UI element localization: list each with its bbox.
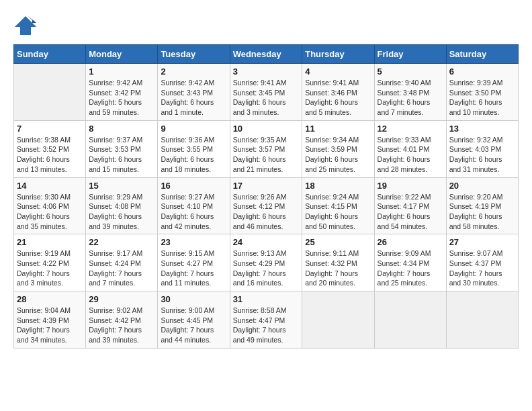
day-number: 8: [89, 124, 154, 134]
calendar-day-cell: 4Sunrise: 9:41 AMSunset: 3:46 PMDaylight…: [302, 64, 374, 121]
day-info: Sunrise: 9:30 AMSunset: 4:06 PMDaylight:…: [17, 192, 83, 232]
day-info: Sunrise: 9:38 AMSunset: 3:52 PMDaylight:…: [17, 135, 83, 175]
calendar-day-cell: 26Sunrise: 9:09 AMSunset: 4:34 PMDayligh…: [374, 234, 446, 291]
calendar-day-cell: 22Sunrise: 9:17 AMSunset: 4:24 PMDayligh…: [86, 234, 158, 291]
calendar-day-cell: 13Sunrise: 9:32 AMSunset: 4:03 PMDayligh…: [446, 120, 518, 177]
weekday-header-row: SundayMondayTuesdayWednesdayThursdayFrid…: [14, 45, 519, 64]
day-number: 16: [161, 181, 226, 191]
day-info: Sunrise: 9:13 AMSunset: 4:29 PMDaylight:…: [233, 248, 300, 288]
day-info: Sunrise: 9:27 AMSunset: 4:10 PMDaylight:…: [161, 192, 226, 232]
day-number: 19: [378, 181, 443, 191]
day-number: 5: [378, 66, 443, 77]
calendar-day-cell: 10Sunrise: 9:35 AMSunset: 3:57 PMDayligh…: [230, 120, 302, 177]
calendar-day-cell: 3Sunrise: 9:41 AMSunset: 3:45 PMDaylight…: [230, 64, 302, 121]
day-info: Sunrise: 9:34 AMSunset: 3:59 PMDaylight:…: [305, 135, 371, 175]
calendar-day-cell: 7Sunrise: 9:38 AMSunset: 3:52 PMDaylight…: [14, 120, 86, 177]
day-number: 6: [449, 66, 515, 77]
calendar-day-cell: [14, 64, 86, 121]
day-info: Sunrise: 9:35 AMSunset: 3:57 PMDaylight:…: [233, 135, 300, 175]
day-info: Sunrise: 9:09 AMSunset: 4:34 PMDaylight:…: [378, 248, 443, 288]
calendar-day-cell: [374, 291, 446, 349]
day-info: Sunrise: 9:42 AMSunset: 3:42 PMDaylight:…: [89, 78, 154, 118]
calendar-day-cell: 27Sunrise: 9:07 AMSunset: 4:37 PMDayligh…: [446, 234, 518, 291]
calendar-day-cell: 14Sunrise: 9:30 AMSunset: 4:06 PMDayligh…: [14, 177, 86, 234]
calendar-day-cell: 24Sunrise: 9:13 AMSunset: 4:29 PMDayligh…: [230, 234, 302, 291]
day-info: Sunrise: 9:40 AMSunset: 3:48 PMDaylight:…: [378, 78, 443, 118]
weekday-header-friday: Friday: [374, 45, 446, 64]
calendar-day-cell: 5Sunrise: 9:40 AMSunset: 3:48 PMDaylight…: [374, 64, 446, 121]
day-number: 31: [233, 294, 300, 304]
calendar-week-row: 14Sunrise: 9:30 AMSunset: 4:06 PMDayligh…: [14, 177, 519, 234]
calendar-day-cell: 2Sunrise: 9:42 AMSunset: 3:43 PMDaylight…: [158, 64, 230, 121]
day-info: Sunrise: 9:02 AMSunset: 4:42 PMDaylight:…: [89, 306, 154, 345]
calendar-day-cell: 16Sunrise: 9:27 AMSunset: 4:10 PMDayligh…: [158, 177, 230, 234]
weekday-header-wednesday: Wednesday: [230, 45, 302, 64]
day-number: 26: [378, 237, 443, 247]
calendar-week-row: 1Sunrise: 9:42 AMSunset: 3:42 PMDaylight…: [14, 64, 519, 121]
calendar-day-cell: 25Sunrise: 9:11 AMSunset: 4:32 PMDayligh…: [302, 234, 374, 291]
calendar-day-cell: 11Sunrise: 9:34 AMSunset: 3:59 PMDayligh…: [302, 120, 374, 177]
day-number: 11: [305, 124, 371, 134]
day-info: Sunrise: 8:58 AMSunset: 4:47 PMDaylight:…: [233, 306, 300, 345]
weekday-header-tuesday: Tuesday: [158, 45, 230, 64]
calendar-day-cell: 23Sunrise: 9:15 AMSunset: 4:27 PMDayligh…: [158, 234, 230, 291]
day-info: Sunrise: 9:19 AMSunset: 4:22 PMDaylight:…: [17, 248, 83, 288]
day-number: 7: [17, 124, 83, 134]
day-info: Sunrise: 9:04 AMSunset: 4:39 PMDaylight:…: [17, 306, 83, 345]
day-number: 9: [161, 124, 226, 134]
page-header: [13, 13, 519, 38]
calendar-day-cell: 1Sunrise: 9:42 AMSunset: 3:42 PMDaylight…: [86, 64, 158, 121]
calendar-table: SundayMondayTuesdayWednesdayThursdayFrid…: [13, 44, 519, 349]
calendar-day-cell: 17Sunrise: 9:26 AMSunset: 4:12 PMDayligh…: [230, 177, 302, 234]
day-number: 3: [233, 66, 300, 77]
calendar-day-cell: 19Sunrise: 9:22 AMSunset: 4:17 PMDayligh…: [374, 177, 446, 234]
day-number: 17: [233, 181, 300, 191]
calendar-day-cell: 9Sunrise: 9:36 AMSunset: 3:55 PMDaylight…: [158, 120, 230, 177]
calendar-day-cell: 21Sunrise: 9:19 AMSunset: 4:22 PMDayligh…: [14, 234, 86, 291]
day-number: 2: [161, 66, 226, 77]
day-number: 23: [161, 237, 226, 247]
day-number: 28: [17, 294, 83, 304]
day-info: Sunrise: 9:17 AMSunset: 4:24 PMDaylight:…: [89, 248, 154, 288]
day-number: 21: [17, 237, 83, 247]
day-number: 30: [161, 294, 226, 304]
calendar-week-row: 7Sunrise: 9:38 AMSunset: 3:52 PMDaylight…: [14, 120, 519, 177]
day-info: Sunrise: 9:32 AMSunset: 4:03 PMDaylight:…: [449, 135, 515, 175]
day-info: Sunrise: 9:41 AMSunset: 3:46 PMDaylight:…: [305, 78, 371, 118]
day-info: Sunrise: 9:26 AMSunset: 4:12 PMDaylight:…: [233, 192, 300, 232]
day-number: 10: [233, 124, 300, 134]
calendar-day-cell: [302, 291, 374, 349]
day-info: Sunrise: 9:20 AMSunset: 4:19 PMDaylight:…: [449, 192, 515, 232]
calendar-day-cell: 12Sunrise: 9:33 AMSunset: 4:01 PMDayligh…: [374, 120, 446, 177]
day-info: Sunrise: 9:37 AMSunset: 3:53 PMDaylight:…: [89, 135, 154, 175]
day-info: Sunrise: 9:33 AMSunset: 4:01 PMDaylight:…: [378, 135, 443, 175]
day-number: 25: [305, 237, 371, 247]
day-info: Sunrise: 9:42 AMSunset: 3:43 PMDaylight:…: [161, 78, 226, 118]
day-number: 4: [305, 66, 371, 77]
calendar-day-cell: 20Sunrise: 9:20 AMSunset: 4:19 PMDayligh…: [446, 177, 518, 234]
calendar-week-row: 21Sunrise: 9:19 AMSunset: 4:22 PMDayligh…: [14, 234, 519, 291]
day-info: Sunrise: 9:15 AMSunset: 4:27 PMDaylight:…: [161, 248, 226, 288]
day-info: Sunrise: 9:41 AMSunset: 3:45 PMDaylight:…: [233, 78, 300, 118]
day-info: Sunrise: 9:22 AMSunset: 4:17 PMDaylight:…: [378, 192, 443, 232]
day-number: 13: [449, 124, 515, 134]
calendar-day-cell: 15Sunrise: 9:29 AMSunset: 4:08 PMDayligh…: [86, 177, 158, 234]
calendar-day-cell: 18Sunrise: 9:24 AMSunset: 4:15 PMDayligh…: [302, 177, 374, 234]
calendar-day-cell: 30Sunrise: 9:00 AMSunset: 4:45 PMDayligh…: [158, 291, 230, 349]
day-number: 22: [89, 237, 154, 247]
day-info: Sunrise: 9:39 AMSunset: 3:50 PMDaylight:…: [449, 78, 515, 118]
calendar-day-cell: [446, 291, 518, 349]
svg-marker-0: [15, 16, 36, 35]
day-number: 12: [378, 124, 443, 134]
day-number: 24: [233, 237, 300, 247]
day-number: 20: [449, 181, 515, 191]
day-info: Sunrise: 9:36 AMSunset: 3:55 PMDaylight:…: [161, 135, 226, 175]
logo-icon: [13, 13, 38, 38]
weekday-header-monday: Monday: [86, 45, 158, 64]
day-number: 1: [89, 66, 154, 77]
day-number: 27: [449, 237, 515, 247]
weekday-header-sunday: Sunday: [14, 45, 86, 64]
day-info: Sunrise: 9:07 AMSunset: 4:37 PMDaylight:…: [449, 248, 515, 288]
calendar-day-cell: 28Sunrise: 9:04 AMSunset: 4:39 PMDayligh…: [14, 291, 86, 349]
day-info: Sunrise: 9:24 AMSunset: 4:15 PMDaylight:…: [305, 192, 371, 232]
